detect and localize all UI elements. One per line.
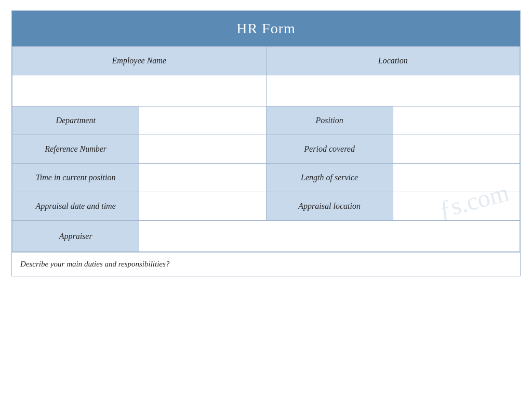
time-in-current-position-value[interactable] [139, 164, 266, 192]
length-of-service-label: Length of service [266, 164, 393, 192]
position-value[interactable] [393, 107, 520, 135]
table-row [12, 75, 520, 107]
department-value[interactable] [139, 107, 266, 135]
period-covered-label: Period covered [266, 135, 393, 164]
appraisal-location-value[interactable]: ƒs.com [393, 192, 520, 221]
employee-name-label: Employee Name [12, 47, 267, 75]
reference-number-label: Reference Number [12, 135, 139, 164]
department-label: Department [12, 107, 139, 135]
form-title: HR Form [12, 11, 520, 46]
employee-name-value[interactable] [12, 75, 267, 107]
table-row: Department Position [12, 107, 520, 135]
table-row: Time in current position Length of servi… [12, 164, 520, 192]
reference-number-value[interactable] [139, 135, 266, 164]
appraisal-date-value[interactable] [139, 192, 266, 221]
hr-form: HR Form Employee Name Location Departmen… [11, 10, 521, 276]
location-value[interactable] [266, 75, 520, 107]
bottom-question: Describe your main duties and responsibi… [12, 252, 520, 276]
appraisal-date-label: Appraisal date and time [12, 192, 139, 221]
time-in-current-position-label: Time in current position [12, 164, 139, 192]
period-covered-value[interactable] [393, 135, 520, 164]
position-label: Position [266, 107, 393, 135]
appraisal-location-label: Appraisal location [266, 192, 393, 221]
form-table: Employee Name Location Department Positi… [12, 46, 520, 252]
location-label: Location [266, 47, 520, 75]
table-row: Employee Name Location [12, 47, 520, 75]
table-row: Reference Number Period covered [12, 135, 520, 164]
table-row: Appraisal date and time Appraisal locati… [12, 192, 520, 221]
length-of-service-value[interactable] [393, 164, 520, 192]
appraiser-label: Appraiser [12, 221, 139, 252]
appraiser-value[interactable] [139, 221, 520, 252]
table-row: Appraiser [12, 221, 520, 252]
